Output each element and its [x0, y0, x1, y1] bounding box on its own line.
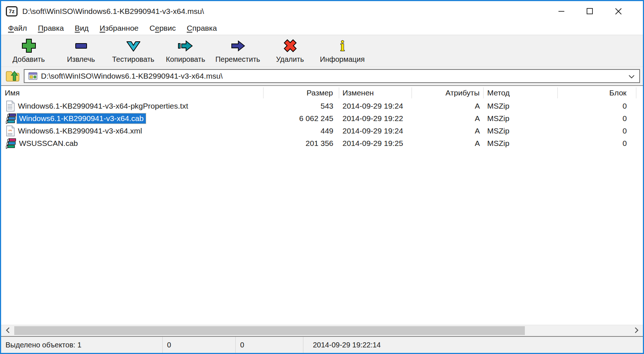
- add-plus-icon: [21, 38, 37, 54]
- maximize-button[interactable]: [576, 1, 604, 21]
- column-header-modified[interactable]: Изменен: [339, 87, 412, 98]
- window-title: D:\soft\WinISO\Windows6.1-KB2990941-v3-x…: [22, 7, 204, 16]
- column-header-size[interactable]: Размер: [264, 87, 339, 98]
- menu-file[interactable]: Файл: [3, 22, 33, 34]
- file-attributes: A: [412, 137, 484, 150]
- move-arrow-icon: [230, 38, 246, 54]
- cab-archive-icon: [6, 138, 16, 149]
- file-modified: 2014-09-29 19:24: [339, 125, 412, 137]
- menu-help[interactable]: Справка: [181, 22, 222, 34]
- file-attributes: A: [412, 112, 484, 125]
- file-name: Windows6.1-KB2990941-v3-x64.cab: [17, 113, 146, 124]
- copy-arrow-icon: [178, 38, 194, 54]
- file-block: 0: [558, 137, 636, 150]
- move-button[interactable]: Переместить: [212, 36, 264, 66]
- info-i-icon: i: [334, 38, 351, 54]
- add-button[interactable]: Добавить: [3, 36, 55, 66]
- svg-text:‹•›: ‹•›: [8, 128, 12, 132]
- status-value-2: 0: [235, 337, 303, 353]
- file-name: Windows6.1-KB2990941-v3-x64.xml: [16, 126, 144, 136]
- file-size: 449: [264, 125, 339, 137]
- toolbar: Добавить Извлечь Тестировать Копировать …: [1, 35, 643, 67]
- scroll-left-icon: [6, 327, 10, 335]
- column-header-method[interactable]: Метод: [484, 87, 558, 98]
- address-path: D:\soft\WinISO\Windows6.1-KB2990941-v3-x…: [41, 72, 625, 80]
- file-method: MSZip: [484, 100, 558, 112]
- list-empty-area: [1, 150, 643, 325]
- xml-file-icon: ‹•›: [6, 125, 15, 136]
- menu-tools[interactable]: Сервис: [144, 22, 181, 34]
- delete-x-icon: [282, 38, 298, 54]
- table-row[interactable]: WSUSSCAN.cab 201 356 2014-09-29 19:25 A …: [1, 137, 643, 150]
- file-block: 0: [558, 100, 636, 112]
- parent-folder-button[interactable]: [4, 68, 21, 84]
- file-method: MSZip: [484, 125, 558, 137]
- file-modified: 2014-09-29 19:25: [339, 137, 412, 150]
- close-icon: [614, 7, 623, 16]
- scroll-right-button[interactable]: [630, 325, 642, 336]
- copy-button[interactable]: Копировать: [159, 36, 212, 66]
- menu-view[interactable]: Вид: [69, 22, 94, 34]
- scroll-right-icon: [634, 327, 639, 335]
- file-attributes: A: [412, 125, 484, 137]
- horizontal-scrollbar[interactable]: [1, 325, 643, 336]
- cab-archive-icon: [6, 113, 16, 124]
- list-header: Имя Размер Изменен Атрибуты Метод Блок: [1, 86, 643, 100]
- table-row[interactable]: Windows6.1-KB2990941-v3-x64-pkgPropertie…: [1, 100, 643, 112]
- status-selected-objects: Выделено объектов: 1: [1, 337, 162, 353]
- minimize-button[interactable]: [547, 1, 576, 21]
- file-size: 201 356: [264, 137, 339, 150]
- file-modified: 2014-09-29 19:22: [339, 112, 412, 125]
- app-window: 7z D:\soft\WinISO\Windows6.1-KB2990941-v…: [0, 0, 644, 354]
- folder-up-icon: [5, 69, 20, 83]
- test-check-icon: [125, 38, 141, 54]
- minimize-icon: [557, 7, 566, 16]
- close-button[interactable]: [604, 1, 633, 21]
- file-attributes: A: [412, 100, 484, 112]
- info-button[interactable]: i Информация: [316, 36, 368, 66]
- menu-favorites[interactable]: Избранное: [94, 22, 144, 34]
- status-value-1: 0: [162, 337, 235, 353]
- address-combobox[interactable]: D:\soft\WinISO\Windows6.1-KB2990941-v3-x…: [24, 69, 640, 83]
- menu-edit[interactable]: Правка: [33, 22, 69, 34]
- file-block: 0: [558, 125, 636, 137]
- menu-bar: Файл Правка Вид Избранное Сервис Справка: [1, 21, 643, 35]
- status-timestamp: 2014-09-29 19:22:14: [303, 337, 643, 353]
- extract-minus-icon: [73, 38, 89, 54]
- file-method: MSZip: [484, 137, 558, 150]
- window-controls: [547, 1, 643, 21]
- text-file-icon: [6, 101, 15, 112]
- file-method: MSZip: [484, 112, 558, 125]
- file-modified: 2014-09-29 19:24: [339, 100, 412, 112]
- file-name: Windows6.1-KB2990941-v3-x64-pkgPropertie…: [16, 101, 190, 111]
- column-header-attributes[interactable]: Атрибуты: [412, 87, 484, 98]
- file-name: WSUSSCAN.cab: [17, 138, 80, 148]
- table-row-selected[interactable]: Windows6.1-KB2990941-v3-x64.cab 6 062 24…: [1, 112, 643, 125]
- svg-text:i: i: [340, 38, 344, 54]
- extract-button[interactable]: Извлечь: [55, 36, 107, 66]
- file-size: 543: [264, 100, 339, 112]
- column-header-name[interactable]: Имя: [1, 87, 264, 98]
- file-size: 6 062 245: [264, 112, 339, 125]
- delete-button[interactable]: Удалить: [264, 36, 316, 66]
- file-block: 0: [558, 112, 636, 125]
- chevron-down-icon[interactable]: [625, 72, 636, 80]
- title-bar: 7z D:\soft\WinISO\Windows6.1-KB2990941-v…: [1, 1, 643, 21]
- address-bar: D:\soft\WinISO\Windows6.1-KB2990941-v3-x…: [1, 67, 643, 86]
- file-list: Имя Размер Изменен Атрибуты Метод Блок W…: [1, 86, 643, 325]
- maximize-icon: [586, 7, 594, 16]
- table-row[interactable]: ‹•› Windows6.1-KB2990941-v3-x64.xml 449 …: [1, 125, 643, 137]
- scroll-left-button[interactable]: [2, 325, 14, 336]
- column-header-block[interactable]: Блок: [558, 87, 636, 98]
- app-logo-7z-icon: 7z: [6, 6, 18, 16]
- status-bar: Выделено объектов: 1 0 0 2014-09-29 19:2…: [1, 336, 643, 353]
- scrollbar-thumb[interactable]: [14, 326, 525, 335]
- test-button[interactable]: Тестировать: [107, 36, 159, 66]
- msu-archive-icon: [28, 71, 38, 81]
